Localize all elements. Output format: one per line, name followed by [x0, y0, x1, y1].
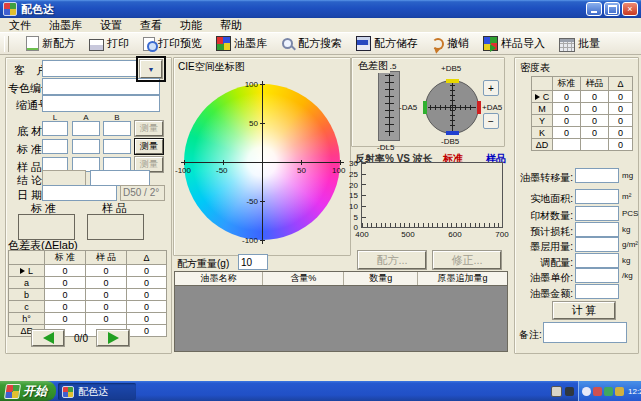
- spectral-x-tick: 500: [400, 230, 416, 239]
- formula-save-button[interactable]: 配方储存: [349, 35, 425, 52]
- spectral-y-tick: 5: [344, 213, 358, 222]
- tray-icon[interactable]: [615, 387, 624, 396]
- title-bar: 配色达 ×: [0, 0, 641, 18]
- cie-y-axis: [262, 81, 263, 244]
- zoom-out-button[interactable]: −: [483, 113, 499, 129]
- substrate-measure-button[interactable]: 测量: [135, 121, 163, 136]
- row-marker-icon: [535, 94, 543, 100]
- conclusion-input-2[interactable]: [90, 170, 150, 186]
- menu-file[interactable]: 文件: [0, 18, 40, 33]
- modify-button[interactable]: 修正...: [433, 251, 501, 269]
- diff-col-sample: 样 品: [86, 251, 127, 265]
- cie-title: CIE空间坐标图: [178, 60, 245, 74]
- zoom-in-button[interactable]: +: [483, 80, 499, 96]
- volume-tray-icon[interactable]: [582, 387, 591, 396]
- spectral-plot: [361, 162, 503, 228]
- ink-price-unit: /kg: [622, 271, 633, 280]
- batch-icon: [559, 38, 575, 52]
- density-col-standard: 标准: [553, 77, 581, 91]
- formula-col-name: 油墨名称: [175, 272, 263, 285]
- date-input[interactable]: [42, 185, 117, 201]
- printer-tray-icon[interactable]: [551, 386, 562, 397]
- substrate-l-input[interactable]: [42, 121, 68, 136]
- maximize-button[interactable]: [604, 2, 620, 16]
- ink-cost-input[interactable]: [575, 284, 619, 299]
- density-table: 标准 样品 Δ C000 M000 Y000 K000 ΔD0: [531, 76, 633, 151]
- print-button[interactable]: 打印: [82, 35, 136, 52]
- start-button[interactable]: 开始: [0, 381, 56, 401]
- ink-layer-input[interactable]: [575, 237, 619, 252]
- menu-settings[interactable]: 设置: [91, 18, 131, 33]
- menu-help[interactable]: 帮助: [211, 18, 251, 33]
- table-row: L000: [9, 265, 167, 277]
- code-input[interactable]: [42, 95, 160, 112]
- ink-library-button[interactable]: 油墨库: [209, 35, 274, 52]
- density-col-delta: Δ: [609, 77, 633, 91]
- solid-area-input[interactable]: [575, 189, 619, 204]
- toolbar: 新配方 打印 打印预览 油墨库 配方搜索 配方储存 撤销 样品导入 批量: [0, 32, 641, 55]
- conclusion-input-1[interactable]: [42, 170, 86, 186]
- formula-button[interactable]: 配方...: [358, 251, 426, 269]
- standard-b-input[interactable]: [103, 139, 131, 154]
- print-preview-button[interactable]: 打印预览: [136, 35, 209, 52]
- close-button[interactable]: ×: [622, 2, 638, 16]
- spectral-y-tick: 20: [344, 181, 358, 190]
- spectral-x-tick: 400: [354, 230, 370, 239]
- estimated-loss-input[interactable]: [575, 222, 619, 237]
- standard-a-input[interactable]: [72, 139, 100, 154]
- blue-marker: [446, 131, 459, 135]
- menu-ink-library[interactable]: 油墨库: [40, 18, 91, 33]
- prev-record-button[interactable]: [32, 330, 64, 346]
- system-tray: 12:28: [578, 381, 641, 401]
- mix-amount-input[interactable]: [575, 253, 619, 268]
- standard-l-input[interactable]: [42, 139, 68, 154]
- taskbar: 开始 配色达 12:28: [0, 381, 641, 401]
- substrate-qty-unit: PCS: [622, 209, 638, 218]
- undo-button[interactable]: 撤销: [425, 35, 476, 52]
- conclusion-label: 结 论: [17, 173, 42, 188]
- calculate-button[interactable]: 计 算: [553, 302, 615, 319]
- substrate-qty-label: 印材数量:: [505, 209, 573, 223]
- tray-icon[interactable]: [593, 387, 602, 396]
- substrate-a-input[interactable]: [72, 121, 100, 136]
- sample-color-swatch: [87, 214, 144, 240]
- ink-transfer-label: 油墨转移量:: [505, 171, 573, 185]
- table-row: K000: [532, 127, 633, 139]
- next-record-button[interactable]: [97, 330, 129, 346]
- app-tray-icon[interactable]: [565, 387, 574, 396]
- ink-transfer-unit: mg: [622, 171, 633, 180]
- table-row: b000: [9, 289, 167, 301]
- sample-import-icon: [483, 36, 498, 51]
- minimize-button[interactable]: [586, 2, 602, 16]
- new-formula-button[interactable]: 新配方: [17, 35, 82, 52]
- cie-x-tick: -100: [175, 166, 191, 175]
- substrate-b-input[interactable]: [103, 121, 131, 136]
- menu-function[interactable]: 功能: [171, 18, 211, 33]
- ink-transfer-input[interactable]: [575, 168, 619, 183]
- standard-measure-button[interactable]: 测量: [135, 139, 163, 154]
- standard-color-swatch: [18, 214, 75, 240]
- menu-view[interactable]: 查看: [131, 18, 171, 33]
- ink-price-input[interactable]: [575, 268, 619, 283]
- spectral-y-tick: 25: [344, 170, 358, 179]
- batch-button[interactable]: 批量: [552, 35, 607, 53]
- ink-layer-unit: g/m²: [622, 240, 638, 249]
- gauge-ab-left-label: -DA5: [399, 103, 417, 112]
- remark-input[interactable]: [543, 322, 627, 343]
- tray-icon[interactable]: [604, 387, 613, 396]
- taskbar-item-app[interactable]: 配色达: [58, 383, 136, 400]
- substrate-qty-input[interactable]: [575, 206, 619, 221]
- formula-col-percent: 含量%: [263, 272, 344, 285]
- cie-y-tick: 100: [240, 80, 258, 89]
- table-row: C000: [532, 91, 633, 103]
- table-row: a000: [9, 277, 167, 289]
- cie-x-tick: -50: [216, 166, 228, 175]
- formula-search-button[interactable]: 配方搜索: [274, 35, 349, 52]
- customer-input[interactable]: [42, 60, 138, 77]
- formula-weight-input[interactable]: [238, 254, 268, 270]
- sample-import-button[interactable]: 样品导入: [476, 35, 552, 52]
- mix-amount-label: 调配量:: [505, 256, 573, 270]
- printer-icon: [89, 39, 104, 51]
- density-col-sample: 样品: [581, 77, 609, 91]
- table-row: h°000: [9, 313, 167, 325]
